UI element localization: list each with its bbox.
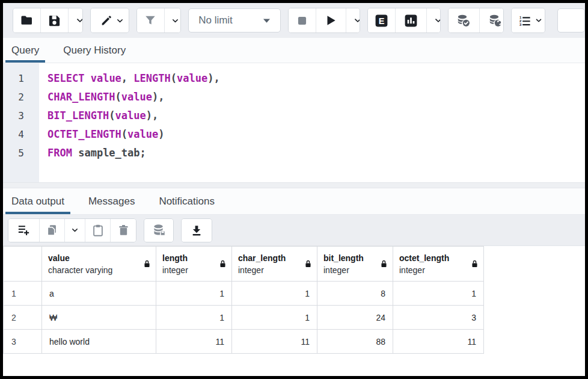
column-header-char_length[interactable]: char_lengthinteger xyxy=(232,247,317,282)
data-cell[interactable]: 1 xyxy=(232,306,317,330)
data-cell[interactable]: a xyxy=(42,282,156,306)
save-icon xyxy=(47,14,61,28)
numbered-list-icon: 1 2 3 xyxy=(518,14,532,28)
sql-line[interactable]: CHAR_LENGTH(value), xyxy=(47,88,220,106)
rollback-button[interactable] xyxy=(480,8,504,32)
rollback-database-icon xyxy=(488,13,503,28)
column-name: length xyxy=(162,252,188,264)
select-all-corner-cell[interactable] xyxy=(4,247,42,282)
data-cell[interactable]: 1 xyxy=(393,282,484,306)
data-cell[interactable]: hello world xyxy=(42,330,156,354)
paste-button[interactable] xyxy=(85,219,111,242)
data-cell[interactable]: ₩ xyxy=(42,306,156,330)
line-number-gutter: 12345 xyxy=(3,63,39,182)
sql-line[interactable]: BIT_LENGTH(value), xyxy=(47,106,220,125)
save-data-database-icon xyxy=(152,223,167,238)
data-cell[interactable]: 1 xyxy=(232,282,317,306)
column-lock-icon xyxy=(304,259,312,268)
row-number-cell[interactable]: 1 xyxy=(4,282,42,306)
column-header-octet_length[interactable]: octet_lengthinteger xyxy=(393,247,484,282)
edit-data-button-group xyxy=(8,218,136,242)
delete-button[interactable] xyxy=(111,219,136,242)
chevron-down-icon xyxy=(534,16,543,25)
save-file-button[interactable] xyxy=(41,8,69,32)
edit-button[interactable] xyxy=(91,8,129,32)
explain-analyze-button[interactable] xyxy=(396,8,427,32)
overflow-button-sliver[interactable] xyxy=(557,8,585,32)
column-name: bit_length xyxy=(323,252,364,264)
stop-icon xyxy=(296,14,308,27)
open-file-icon xyxy=(20,13,34,28)
execute-options-button[interactable] xyxy=(346,8,360,32)
data-cell[interactable]: 1 xyxy=(156,282,232,306)
column-lock-icon xyxy=(380,259,388,268)
save-data-button-group xyxy=(144,218,174,242)
sql-editor[interactable]: 12345 SELECT value, LENGTH(value),CHAR_L… xyxy=(3,63,585,182)
chevron-down-icon xyxy=(115,16,124,25)
data-cell[interactable]: 11 xyxy=(232,330,317,354)
line-number: 3 xyxy=(3,106,39,125)
filter-button[interactable] xyxy=(137,8,165,32)
column-header-length[interactable]: lengthinteger xyxy=(156,247,232,282)
trash-icon xyxy=(117,224,130,236)
macros-button[interactable]: 1 2 3 xyxy=(512,8,545,32)
stop-button[interactable] xyxy=(289,8,316,32)
tab-notifications[interactable]: Notifications xyxy=(155,188,218,214)
tab-query-history[interactable]: Query History xyxy=(60,38,129,63)
chevron-down-icon xyxy=(70,226,79,235)
tab-query[interactable]: Query xyxy=(8,38,43,63)
table-row: 3hello world11118811 xyxy=(4,330,484,354)
chevron-down-icon xyxy=(353,16,360,25)
explain-button[interactable]: E xyxy=(368,8,396,32)
row-number-cell[interactable]: 2 xyxy=(4,306,42,330)
results-grid: valuecharacter varyinglengthintegerchar_… xyxy=(3,246,585,376)
data-cell[interactable]: 8 xyxy=(317,282,393,306)
data-cell[interactable]: 11 xyxy=(156,330,232,354)
chevron-down-icon xyxy=(433,16,441,25)
svg-text:3: 3 xyxy=(519,23,522,26)
column-lock-icon xyxy=(143,259,151,268)
data-cell[interactable]: 11 xyxy=(393,330,484,354)
tab-messages[interactable]: Messages xyxy=(85,188,138,214)
add-row-button[interactable] xyxy=(8,219,40,242)
data-output-toolbar xyxy=(3,215,585,246)
row-limit-select[interactable]: No limit xyxy=(188,8,281,32)
save-data-changes-button[interactable] xyxy=(144,219,173,242)
file-button-group xyxy=(13,8,83,33)
column-type: integer xyxy=(238,264,286,276)
commit-button[interactable] xyxy=(449,8,480,32)
tab-data-output[interactable]: Data output xyxy=(8,188,68,214)
save-options-button[interactable] xyxy=(69,8,83,32)
column-type: integer xyxy=(162,264,188,276)
panel-splitter[interactable] xyxy=(3,182,585,188)
copy-button[interactable] xyxy=(40,219,65,242)
column-type: character varying xyxy=(48,264,112,276)
sql-line[interactable]: OCTET_LENGTH(value) xyxy=(47,125,220,144)
row-number-cell[interactable]: 3 xyxy=(4,330,42,354)
data-cell[interactable]: 1 xyxy=(156,306,232,330)
line-number: 4 xyxy=(3,125,39,144)
sql-line[interactable]: SELECT value, LENGTH(value), xyxy=(47,69,220,88)
copy-options-button[interactable] xyxy=(65,219,85,242)
data-cell[interactable]: 3 xyxy=(393,306,484,330)
table-row: 2₩11243 xyxy=(4,306,484,330)
explain-options-button[interactable] xyxy=(427,8,441,32)
download-icon xyxy=(190,224,203,237)
filter-button-group xyxy=(136,8,181,33)
data-cell[interactable]: 24 xyxy=(317,306,393,330)
execute-button-group xyxy=(288,8,360,33)
sql-code-area[interactable]: SELECT value, LENGTH(value),CHAR_LENGTH(… xyxy=(39,63,220,182)
query-tool-window: No limit xyxy=(0,0,588,379)
filter-options-button[interactable] xyxy=(165,8,181,32)
select-caret-icon xyxy=(263,18,271,23)
execute-button[interactable] xyxy=(316,8,346,32)
open-file-button[interactable] xyxy=(13,8,41,32)
data-cell[interactable]: 88 xyxy=(317,330,393,354)
column-header-bit_length[interactable]: bit_lengthinteger xyxy=(317,247,393,282)
explain-icon: E xyxy=(374,13,389,28)
column-type: integer xyxy=(323,264,364,276)
sql-line[interactable]: FROM sample_tab; xyxy=(47,144,220,162)
download-results-button[interactable] xyxy=(182,219,212,242)
column-header-value[interactable]: valuecharacter varying xyxy=(42,247,156,282)
column-lock-icon xyxy=(471,259,479,268)
